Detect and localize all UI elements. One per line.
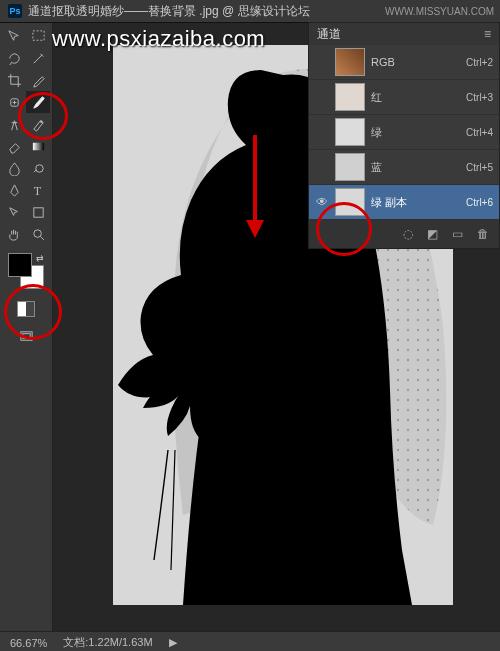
svg-text:T: T xyxy=(33,184,41,198)
history-brush-tool[interactable] xyxy=(26,113,50,135)
channel-thumb xyxy=(335,48,365,76)
hand-tool[interactable] xyxy=(2,223,26,245)
status-bar: 66.67% 文档:1.22M/1.63M ▶ xyxy=(0,631,500,651)
pen-tool[interactable] xyxy=(2,179,26,201)
zoom-level[interactable]: 66.67% xyxy=(10,637,47,649)
color-swatches[interactable]: ⇄ xyxy=(8,253,44,289)
dodge-tool[interactable] xyxy=(26,157,50,179)
wand-tool[interactable] xyxy=(26,47,50,69)
foreground-color[interactable] xyxy=(8,253,32,277)
visibility-toggle-icon[interactable] xyxy=(315,125,329,139)
heal-tool[interactable] xyxy=(2,91,26,113)
svg-rect-0 xyxy=(32,30,43,39)
shape-tool[interactable] xyxy=(26,201,50,223)
channel-row-red[interactable]: 红Ctrl+3 xyxy=(309,80,499,115)
visibility-toggle-icon[interactable]: 👁 xyxy=(315,195,329,209)
channel-shortcut: Ctrl+5 xyxy=(466,162,493,173)
channel-shortcut: Ctrl+4 xyxy=(466,127,493,138)
zoom-tool[interactable] xyxy=(26,223,50,245)
channel-row-blue[interactable]: 蓝Ctrl+5 xyxy=(309,150,499,185)
swap-colors-icon[interactable]: ⇄ xyxy=(36,253,44,263)
path-select-tool[interactable] xyxy=(2,201,26,223)
channels-footer: ◌ ◩ ▭ 🗑 xyxy=(309,220,499,248)
channel-thumb xyxy=(335,153,365,181)
save-mask-icon[interactable]: ◩ xyxy=(427,227,438,241)
eraser-tool[interactable] xyxy=(2,135,26,157)
visibility-toggle-icon[interactable] xyxy=(315,160,329,174)
channel-shortcut: Ctrl+3 xyxy=(466,92,493,103)
channel-thumb xyxy=(335,83,365,111)
delete-channel-icon[interactable]: 🗑 xyxy=(477,227,489,241)
tools-panel: T ⇄ xyxy=(0,23,53,631)
brush-tool[interactable] xyxy=(26,91,50,113)
channels-panel: 通道 ≡ RGBCtrl+2红Ctrl+3绿Ctrl+4蓝Ctrl+5👁绿 副本… xyxy=(308,22,500,249)
eyedropper-tool[interactable] xyxy=(26,69,50,91)
new-channel-icon[interactable]: ▭ xyxy=(452,227,463,241)
move-tool[interactable] xyxy=(2,25,26,47)
clone-tool[interactable] xyxy=(2,113,26,135)
svg-rect-3 xyxy=(32,142,43,150)
marquee-tool[interactable] xyxy=(26,25,50,47)
svg-rect-9 xyxy=(22,333,30,338)
svg-point-4 xyxy=(35,164,43,172)
visibility-toggle-icon[interactable] xyxy=(315,55,329,69)
panel-menu-icon[interactable]: ≡ xyxy=(484,27,491,41)
channel-thumb xyxy=(335,188,365,216)
app-icon: Ps xyxy=(8,4,22,18)
channel-label: RGB xyxy=(371,56,460,68)
corner-watermark: WWW.MISSYUAN.COM xyxy=(385,6,494,17)
channel-thumb xyxy=(335,118,365,146)
visibility-toggle-icon[interactable] xyxy=(315,90,329,104)
channel-shortcut: Ctrl+2 xyxy=(466,57,493,68)
type-tool[interactable]: T xyxy=(26,179,50,201)
channel-row-rgb[interactable]: RGBCtrl+2 xyxy=(309,45,499,80)
channel-row-green-copy[interactable]: 👁绿 副本Ctrl+6 xyxy=(309,185,499,220)
svg-point-7 xyxy=(33,229,41,237)
channel-label: 绿 xyxy=(371,125,460,140)
channel-label: 绿 副本 xyxy=(371,195,460,210)
load-selection-icon[interactable]: ◌ xyxy=(403,227,413,241)
window-title: 通道抠取透明婚纱——替换背景 .jpg @ 思缘设计论坛 xyxy=(28,3,310,20)
channel-label: 蓝 xyxy=(371,160,460,175)
screen-mode-toggle[interactable] xyxy=(14,325,38,347)
channel-label: 红 xyxy=(371,90,460,105)
channel-row-green[interactable]: 绿Ctrl+4 xyxy=(309,115,499,150)
svg-rect-6 xyxy=(33,207,42,216)
gradient-tool[interactable] xyxy=(26,135,50,157)
channels-tab[interactable]: 通道 xyxy=(317,26,341,43)
channel-shortcut: Ctrl+6 xyxy=(466,197,493,208)
blur-tool[interactable] xyxy=(2,157,26,179)
lasso-tool[interactable] xyxy=(2,47,26,69)
crop-tool[interactable] xyxy=(2,69,26,91)
document-info: 文档:1.22M/1.63M xyxy=(63,635,152,650)
watermark-url: www.psxiazaiba.com xyxy=(52,26,265,52)
quickmask-toggle[interactable] xyxy=(17,301,35,317)
status-caret-icon[interactable]: ▶ xyxy=(169,636,177,649)
